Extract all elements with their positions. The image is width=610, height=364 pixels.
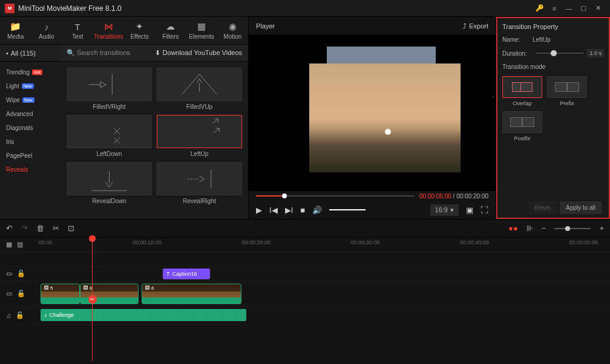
- crop-button[interactable]: ⊡: [68, 224, 74, 233]
- transition-leftup[interactable]: LeftUp: [157, 115, 242, 157]
- category-trending[interactable]: TrendingHot: [0, 65, 61, 79]
- asset-panel: 📁Media ♪Audio TText ⋈Transitions ✦Effect…: [0, 17, 248, 219]
- progress-bar[interactable]: 00:00:05:00 / 00:00:20:00: [249, 191, 496, 201]
- category-list: TrendingHot LightNew WipeNew Advanced Di…: [0, 62, 61, 219]
- stop-button[interactable]: ■: [300, 206, 305, 215]
- category-selector[interactable]: • All (115): [0, 45, 61, 61]
- music-icon: ♫: [6, 312, 11, 319]
- caption-clip[interactable]: TCaption16: [163, 268, 210, 279]
- svg-line-1: [182, 74, 200, 95]
- video-clip-1[interactable]: 🖼 5: [41, 284, 80, 304]
- duration-slider[interactable]: [536, 53, 583, 54]
- audio-clip[interactable]: ♪ Challenge: [41, 309, 246, 321]
- tab-transitions[interactable]: ⋈Transitions: [93, 17, 124, 44]
- tab-media[interactable]: 📁Media: [0, 17, 31, 44]
- transition-marker-icon[interactable]: ✂: [88, 295, 97, 304]
- track-collapse-icon[interactable]: ▥: [17, 241, 23, 249]
- category-pagepeel[interactable]: PagePeel: [0, 149, 61, 163]
- category-reveals[interactable]: Reveals: [0, 163, 61, 177]
- property-panel: Transition Property Name:LeftUp Duration…: [496, 17, 610, 219]
- video-clip-3[interactable]: 🖼 6: [142, 284, 241, 304]
- player-title: Player: [256, 22, 275, 30]
- volume-icon[interactable]: 🔊: [312, 206, 322, 215]
- category-diagonals[interactable]: Diagonals: [0, 121, 61, 135]
- redo-button[interactable]: ↷: [21, 224, 28, 233]
- titlebar: M MiniTool MovieMaker Free 8.1.0 🔑 ≡ — ▢…: [0, 0, 610, 17]
- transition-revealright[interactable]: RevealRight: [157, 162, 242, 204]
- mode-label: Transition mode: [502, 63, 545, 70]
- category-iris[interactable]: Iris: [0, 135, 61, 149]
- reset-button[interactable]: Reset: [528, 201, 556, 214]
- zoom-in-button[interactable]: +: [599, 224, 604, 233]
- app-logo-icon: M: [5, 4, 15, 13]
- maximize-button[interactable]: ▢: [576, 2, 591, 15]
- property-panel-title: Transition Property: [502, 23, 604, 30]
- name-label: Name:: [502, 36, 533, 43]
- tab-effects[interactable]: ✦Effects: [124, 17, 155, 44]
- transition-grid: FilledVRight FilledVUp LeftDown LeftUp R…: [61, 62, 248, 219]
- track-type-icon: ▭: [6, 290, 12, 297]
- apply-all-button[interactable]: Apply to all: [560, 201, 602, 214]
- close-button[interactable]: ✕: [591, 2, 605, 15]
- tab-text[interactable]: TText: [62, 17, 93, 44]
- transition-leftdown[interactable]: LeftDown: [67, 115, 152, 157]
- lock-icon[interactable]: 🔓: [16, 311, 24, 319]
- svg-line-2: [200, 74, 217, 95]
- mode-postfix[interactable]: Postfix: [502, 111, 542, 141]
- download-youtube-button[interactable]: ⬇ Download YouTube Videos: [149, 49, 248, 57]
- split-button[interactable]: ✂: [53, 224, 59, 233]
- zoom-out-button[interactable]: −: [542, 224, 546, 233]
- fullscreen-button[interactable]: ⛶: [480, 206, 488, 215]
- lock-icon[interactable]: 🔓: [17, 270, 25, 278]
- next-frame-button[interactable]: ▶I: [285, 206, 294, 215]
- volume-slider[interactable]: [329, 209, 366, 210]
- svg-rect-4: [84, 119, 107, 137]
- undo-button[interactable]: ↶: [6, 224, 13, 233]
- record-indicator-icon[interactable]: ●●: [508, 224, 518, 233]
- category-advanced[interactable]: Advanced: [0, 107, 61, 121]
- app-title: MiniTool MovieMaker Free 8.1.0: [18, 4, 533, 13]
- transition-filledvup[interactable]: FilledVUp: [157, 68, 242, 110]
- mode-overlap[interactable]: Overlap: [502, 76, 542, 106]
- tab-elements[interactable]: ▦Elements: [186, 17, 217, 44]
- lock-icon[interactable]: 🔓: [17, 290, 25, 297]
- transition-revealdown[interactable]: RevealDown: [67, 162, 152, 204]
- transition-filledvright[interactable]: FilledVRight: [67, 68, 152, 110]
- delete-button[interactable]: 🗑: [36, 224, 44, 233]
- duration-value[interactable]: 1.0 s: [587, 49, 604, 57]
- player-panel: Player ⤴Export 00:00:05:00 / 00:00:20:00…: [248, 17, 496, 219]
- magnet-button[interactable]: ⊪: [526, 224, 533, 233]
- svg-rect-5: [174, 126, 209, 145]
- tab-filters[interactable]: ☁Filters: [155, 17, 186, 44]
- name-value: LeftUp: [533, 36, 604, 43]
- tab-motion[interactable]: ◉Motion: [217, 17, 248, 44]
- asset-tabs: 📁Media ♪Audio TText ⋈Transitions ✦Effect…: [0, 17, 248, 45]
- snapshot-button[interactable]: ▣: [466, 206, 473, 215]
- panel-collapse-handle[interactable]: ›: [490, 85, 496, 109]
- aspect-selector[interactable]: 16:9▾: [430, 204, 459, 216]
- play-button[interactable]: ▶: [256, 206, 262, 215]
- category-light[interactable]: LightNew: [0, 79, 61, 93]
- category-wipe[interactable]: WipeNew: [0, 93, 61, 107]
- export-button[interactable]: ⤴Export: [463, 22, 488, 30]
- zoom-slider[interactable]: [554, 228, 591, 229]
- menu-icon[interactable]: ≡: [547, 2, 562, 15]
- mode-prefix[interactable]: Prefix: [547, 76, 587, 106]
- track-manage-icon[interactable]: ▦: [6, 241, 12, 249]
- license-key-icon[interactable]: 🔑: [533, 2, 547, 15]
- duration-label: Duration:: [502, 50, 533, 57]
- track-type-icon: ▭: [6, 270, 12, 278]
- video-preview: [249, 35, 496, 191]
- minimize-button[interactable]: —: [562, 2, 576, 15]
- tab-audio[interactable]: ♪Audio: [31, 17, 62, 44]
- prev-frame-button[interactable]: I◀: [269, 206, 278, 215]
- search-input[interactable]: 🔍 Search transitions: [61, 49, 149, 57]
